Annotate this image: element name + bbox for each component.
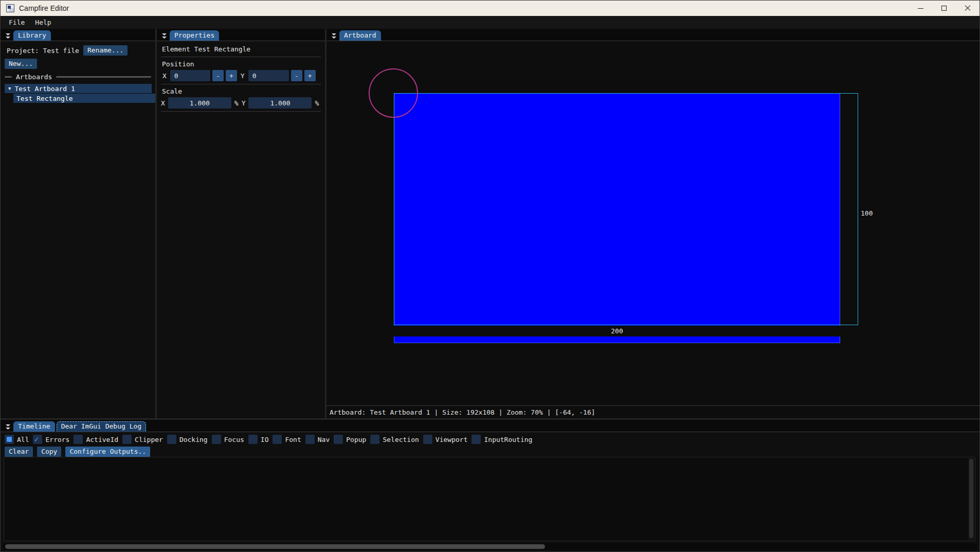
filter-all[interactable]: All (5, 435, 29, 444)
menu-file[interactable]: File (4, 17, 30, 28)
position-y-label: Y (239, 72, 246, 80)
position-y-input[interactable]: 0 (248, 70, 289, 81)
element-header: Element Test Rectangle (161, 44, 321, 54)
menu-help[interactable]: Help (30, 17, 56, 28)
position-header: Position (161, 60, 321, 70)
filter-label: Popup (346, 436, 366, 443)
scale-header: Scale (161, 87, 321, 97)
width-dimension-value: 200 (611, 327, 623, 335)
filter-clipper[interactable]: Clipper (122, 435, 163, 444)
checkbox-icon[interactable] (305, 435, 315, 444)
scale-x-input[interactable]: 1.000 (168, 97, 231, 109)
filter-nav[interactable]: Nav (305, 435, 330, 444)
rename-button[interactable]: Rename... (83, 45, 128, 56)
tree-expand-icon[interactable]: ▼ (8, 86, 11, 91)
artboards-separator: Artboards (5, 73, 151, 81)
position-x-input[interactable]: 0 (170, 70, 210, 81)
maximize-icon (941, 6, 947, 11)
separator-line (56, 76, 151, 78)
tab-library[interactable]: Library (13, 30, 51, 41)
position-x-label: X (161, 72, 168, 80)
collapse-window-icon[interactable] (160, 31, 168, 41)
scale-y-percent: % (315, 99, 319, 107)
position-y-decrement-button[interactable]: - (291, 70, 302, 81)
filter-label: Errors (45, 436, 69, 443)
filter-inputrouting[interactable]: InputRouting (471, 435, 532, 444)
filter-label: IO (261, 436, 269, 443)
filter-label: Focus (224, 436, 244, 443)
copy-button[interactable]: Copy (37, 447, 61, 457)
artboard-outline (394, 93, 858, 325)
checkbox-icon[interactable] (471, 435, 481, 444)
scale-x-percent: % (234, 99, 239, 107)
filter-label: Clipper (135, 436, 163, 443)
position-x-decrement-button[interactable]: - (212, 70, 224, 81)
collapse-window-icon[interactable] (4, 31, 12, 41)
tab-timeline[interactable]: Timeline (13, 421, 55, 432)
filter-popup[interactable]: Popup (334, 435, 366, 444)
filter-errors[interactable]: Errors (33, 435, 69, 444)
filter-viewport[interactable]: Viewport (423, 435, 468, 444)
position-y-increment-button[interactable]: + (304, 70, 316, 81)
tab-artboard[interactable]: Artboard (339, 30, 381, 41)
filter-label: Font (285, 436, 301, 443)
filter-label: Selection (383, 436, 419, 443)
properties-panel: Properties Element Test Rectangle Positi… (157, 29, 325, 419)
scale-x-label: X (161, 99, 165, 107)
filter-selection[interactable]: Selection (370, 435, 419, 444)
app-window: Campfire Editor File Help Library Projec… (0, 0, 980, 552)
checkbox-icon[interactable] (423, 435, 432, 444)
gizmo-circle[interactable] (369, 68, 418, 118)
checkbox-icon[interactable] (74, 435, 83, 444)
tab-debug-log[interactable]: Dear ImGui Debug Log (57, 421, 147, 432)
scale-y-input[interactable]: 1.000 (248, 97, 312, 109)
minimize-icon (918, 8, 923, 9)
position-x-increment-button[interactable]: + (226, 70, 237, 81)
checkbox-icon[interactable] (33, 435, 42, 444)
bottom-horizontal-scrollbar[interactable] (3, 543, 977, 550)
checkbox-icon[interactable] (167, 435, 176, 444)
tab-properties[interactable]: Properties (170, 30, 219, 41)
checkbox-icon[interactable] (273, 435, 282, 444)
tree-node-artboard[interactable]: ▼ Test Artboard 1 (5, 84, 152, 93)
width-dimension-label: 200 (394, 326, 840, 336)
collapse-window-icon[interactable] (4, 422, 12, 432)
close-button[interactable] (956, 1, 979, 16)
close-icon (965, 5, 971, 11)
new-button[interactable]: New... (5, 59, 37, 69)
filter-io[interactable]: IO (248, 435, 269, 444)
filter-docking[interactable]: Docking (167, 435, 208, 444)
maximize-button[interactable] (932, 1, 956, 16)
separator (161, 111, 321, 112)
bottom-dock: Timeline Dear ImGui Debug Log All Errors… (1, 420, 979, 551)
artboard-status-text: Artboard: Test Artboard 1 | Size: 192x10… (330, 408, 595, 416)
filter-label: Docking (179, 436, 208, 443)
filter-focus[interactable]: Focus (212, 435, 244, 444)
filter-activeid[interactable]: ActiveId (74, 435, 118, 444)
artboard-canvas[interactable]: 200 100 (326, 41, 979, 405)
log-vertical-scrollbar[interactable] (968, 458, 974, 540)
filter-label: Nav (318, 436, 330, 443)
collapse-window-icon[interactable] (330, 31, 338, 41)
checkbox-icon[interactable] (334, 435, 343, 444)
scrollbar-thumb[interactable] (969, 459, 973, 538)
filter-label: All (17, 436, 29, 443)
filter-font[interactable]: Font (273, 435, 301, 444)
window-title: Campfire Editor (19, 4, 69, 12)
checkbox-icon[interactable] (212, 435, 221, 444)
checkbox-icon[interactable] (248, 435, 258, 444)
checkbox-icon[interactable] (5, 435, 14, 444)
log-output-area[interactable] (4, 457, 975, 541)
minimize-button[interactable] (909, 1, 932, 16)
title-bar: Campfire Editor (1, 1, 979, 16)
checkbox-icon[interactable] (370, 435, 379, 444)
tree-node-element[interactable]: Test Rectangle (13, 94, 155, 103)
filter-label: Viewport (435, 436, 468, 443)
project-label: Project: Test file (5, 47, 79, 55)
checkbox-icon[interactable] (122, 435, 132, 444)
clear-button[interactable]: Clear (5, 447, 33, 457)
tree-node-artboard-label: Test Artboard 1 (14, 85, 75, 93)
scrollbar-thumb[interactable] (5, 544, 545, 549)
configure-outputs-button[interactable]: Configure Outputs.. (65, 447, 150, 457)
filter-label: ActiveId (86, 436, 118, 443)
